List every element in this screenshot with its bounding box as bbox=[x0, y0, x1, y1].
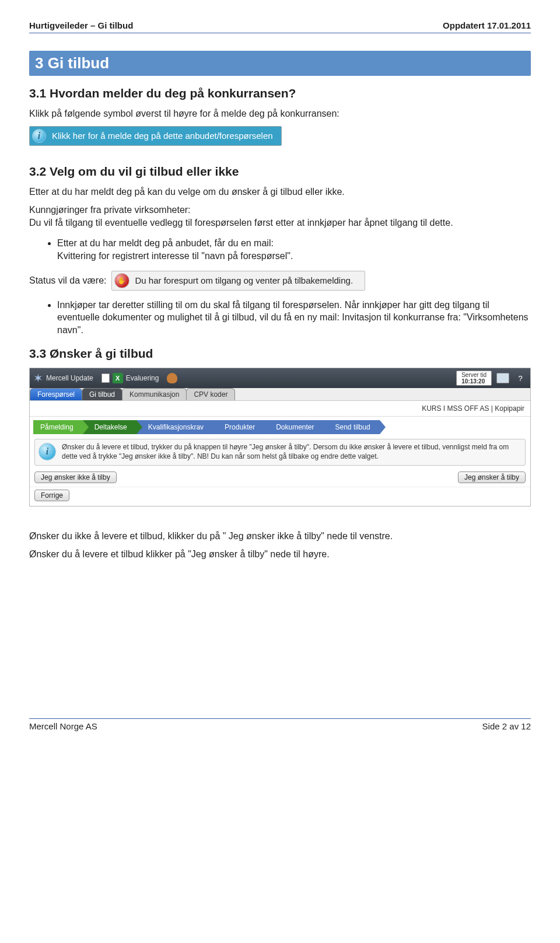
heading-3-1: 3.1 Hvordan melder du deg på konkurranse… bbox=[29, 86, 531, 100]
step-documents[interactable]: Dokumenter bbox=[264, 420, 323, 434]
step-chevrons: Påmelding Deltakelse Kvalifikasjonskrav … bbox=[30, 417, 530, 436]
tab-cpv[interactable]: CPV koder bbox=[186, 388, 235, 400]
list-item: Innkjøper tar deretter stilling til om d… bbox=[57, 299, 531, 337]
star-icon: ✶ bbox=[33, 371, 43, 385]
doc-date-right: Oppdatert 17.01.2011 bbox=[443, 20, 531, 30]
paragraph: Klikk på følgende symbol øverst til høyr… bbox=[29, 107, 531, 120]
section-banner: 3 Gi tilbud bbox=[29, 51, 531, 76]
tab-comm[interactable]: Kommunikasjon bbox=[122, 388, 187, 400]
paragraph: Ønsker du ikke å levere et tilbud, klikk… bbox=[29, 530, 531, 543]
step-qualification[interactable]: Kvalifikasjonskrav bbox=[136, 420, 213, 434]
toolbar-update[interactable]: ✶ Mercell Update bbox=[33, 371, 93, 385]
info-box: i Ønsker du å levere et tilbud, trykker … bbox=[34, 439, 526, 465]
status-callout: ✋ Du har forespurt om tilgang og venter … bbox=[111, 271, 366, 291]
app-panel: ✶ Mercell Update X Evaluering Server tid… bbox=[29, 368, 531, 506]
toolbar-eval[interactable]: X Evaluering bbox=[102, 373, 159, 383]
tab-give-bid[interactable]: Gi tilbud bbox=[82, 388, 123, 400]
step-send[interactable]: Send tilbud bbox=[324, 420, 380, 434]
callout-register[interactable]: i Klikk her for å melde deg på dette anb… bbox=[29, 126, 282, 146]
step-registration[interactable]: Påmelding bbox=[33, 420, 83, 434]
excel-icon: X bbox=[113, 373, 123, 383]
accept-button[interactable]: Jeg ønsker å tilby bbox=[458, 472, 526, 483]
heading-3-2: 3.2 Velg om du vil gi tilbud eller ikke bbox=[29, 165, 531, 179]
decline-button[interactable]: Jeg ønsker ikke å tilby bbox=[34, 472, 117, 483]
list-text: Etter at du har meldt deg på anbudet, få… bbox=[57, 238, 274, 248]
paragraph: Etter at du har meldt deg på kan du velg… bbox=[29, 186, 531, 198]
footer-left: Mercell Norge AS bbox=[29, 721, 97, 731]
server-time: 10:13:20 bbox=[461, 378, 487, 385]
info-icon: i bbox=[32, 129, 46, 143]
paragraph: Ønsker du å levere et tilbud klikker på … bbox=[29, 548, 531, 561]
help-icon[interactable]: ? bbox=[514, 372, 527, 385]
paper-icon bbox=[102, 373, 110, 383]
status-label: Status vil da være: bbox=[29, 275, 107, 286]
footer-right: Side 2 av 12 bbox=[482, 721, 531, 731]
status-text: Du har forespurt om tilgang og venter på… bbox=[135, 275, 354, 285]
callout-text: Klikk her for å melde deg på dette anbud… bbox=[52, 131, 273, 141]
step-products[interactable]: Produkter bbox=[213, 420, 264, 434]
path-text: KURS I MSS OFF AS | Kopipapir bbox=[422, 404, 524, 413]
toolbar-user[interactable] bbox=[167, 373, 177, 383]
server-label: Server tid bbox=[461, 372, 487, 378]
paragraph: Kunngjøringer fra private virksomheter: … bbox=[29, 204, 531, 229]
step-participation[interactable]: Deltakelse bbox=[83, 420, 136, 434]
server-time-box: Server tid 10:13:20 bbox=[456, 371, 492, 386]
tab-request[interactable]: Forespørsel bbox=[30, 388, 82, 400]
person-icon bbox=[167, 373, 177, 383]
prev-button[interactable]: Forrige bbox=[34, 490, 69, 501]
list-item: Etter at du har meldt deg på anbudet, få… bbox=[57, 237, 531, 262]
doc-title-left: Hurtigveileder – Gi tilbud bbox=[29, 20, 133, 30]
toolbar: ✶ Mercell Update X Evaluering Server tid… bbox=[30, 368, 530, 388]
heading-3-3: 3.3 Ønsker å gi tilbud bbox=[29, 347, 531, 361]
toolbar-label: Mercell Update bbox=[46, 374, 93, 382]
stop-icon: ✋ bbox=[114, 273, 130, 288]
tabs: Forespørsel Gi tilbud Kommunikasjon CPV … bbox=[30, 388, 530, 401]
info-text: Ønsker du å levere et tilbud, trykker du… bbox=[62, 443, 522, 461]
breadcrumb-path: KURS I MSS OFF AS | Kopipapir /* bold la… bbox=[30, 401, 530, 417]
printer-icon[interactable] bbox=[496, 372, 509, 385]
toolbar-label: Evaluering bbox=[126, 374, 159, 382]
list-text: Kvittering for registrert interesse til … bbox=[57, 251, 293, 261]
info-icon: i bbox=[38, 443, 56, 460]
